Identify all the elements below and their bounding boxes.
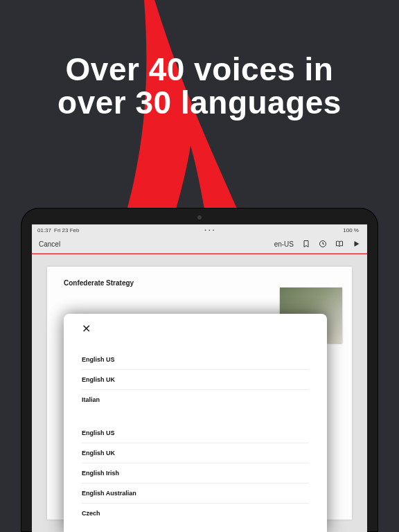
voice-option[interactable]: English UK bbox=[82, 443, 309, 463]
statusbar-battery: 100 % bbox=[343, 227, 359, 233]
close-icon[interactable]: ✕ bbox=[82, 323, 94, 335]
cancel-button[interactable]: Cancel bbox=[39, 240, 60, 248]
voice-option[interactable]: Italian bbox=[82, 390, 309, 409]
headline-line-2: over 30 languages bbox=[0, 86, 399, 119]
voice-group-2: English US English UK English Irish Engl… bbox=[82, 423, 309, 523]
document-area: Confederate Strategy ✕ English US Englis… bbox=[32, 254, 367, 532]
document-heading: Confederate Strategy bbox=[64, 279, 335, 287]
ipad-screen: 01:37 Fri 23 Feb • • • 100 % Cancel en-U… bbox=[32, 224, 367, 532]
voice-group-1: English US English UK Italian bbox=[82, 350, 309, 409]
play-icon[interactable] bbox=[352, 240, 360, 249]
voice-option[interactable]: English Australian bbox=[82, 484, 309, 504]
bookmark-icon[interactable] bbox=[302, 240, 310, 249]
marketing-headline: Over 40 voices in over 30 languages bbox=[0, 53, 399, 120]
statusbar-center-dots: • • • bbox=[205, 228, 215, 232]
ipad-frame: 01:37 Fri 23 Feb • • • 100 % Cancel en-U… bbox=[21, 208, 378, 532]
voice-option[interactable]: English UK bbox=[82, 370, 309, 390]
voice-option[interactable]: English US bbox=[82, 423, 309, 443]
voice-option[interactable]: Czech bbox=[82, 504, 309, 523]
statusbar-date: Fri 23 Feb bbox=[54, 227, 79, 233]
statusbar-time: 01:37 bbox=[37, 227, 51, 233]
locale-button[interactable]: en-US bbox=[274, 240, 294, 248]
status-bar: 01:37 Fri 23 Feb • • • 100 % bbox=[32, 224, 367, 236]
voice-option[interactable]: English US bbox=[82, 350, 309, 370]
headline-line-1: Over 40 voices in bbox=[0, 53, 399, 86]
history-icon[interactable] bbox=[319, 240, 327, 249]
language-sheet: ✕ English US English UK Italian English … bbox=[64, 314, 327, 532]
book-icon[interactable] bbox=[335, 240, 344, 249]
ipad-camera bbox=[197, 215, 202, 220]
voice-option[interactable]: English Irish bbox=[82, 463, 309, 484]
app-toolbar: Cancel en-US bbox=[32, 236, 367, 254]
